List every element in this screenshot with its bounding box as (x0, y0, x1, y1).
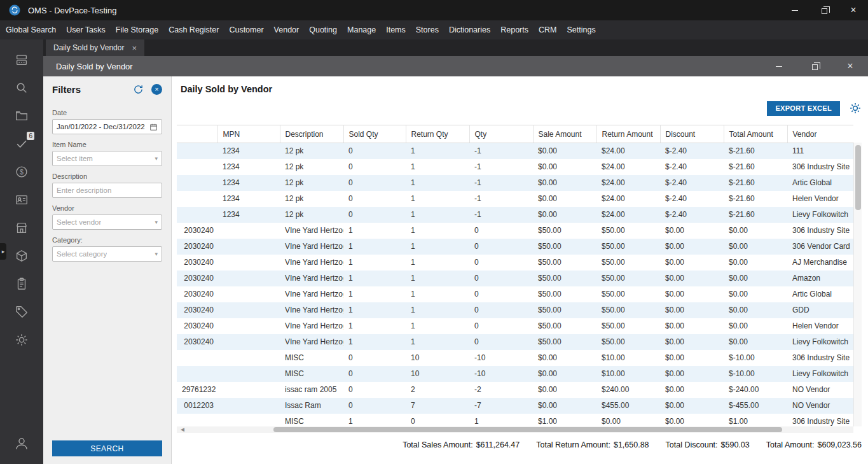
column-header-return-amount[interactable]: Return Amount (596, 125, 660, 143)
clear-filters-icon[interactable]: × (151, 84, 162, 95)
menu-item-crm[interactable]: CRM (534, 20, 561, 39)
column-header-mpn[interactable]: MPN (217, 125, 280, 143)
table-row[interactable]: MISC101$1.00$0.00$0.00$1.00306 Industry … (177, 414, 853, 427)
table-row[interactable]: 2030240VIne Yard Hertzog110$50.00$50.00$… (177, 286, 853, 302)
menu-item-file-storage[interactable]: File Storage (111, 20, 163, 39)
category-select[interactable]: Select category ▾ (52, 246, 162, 262)
menu-item-stores[interactable]: Stores (411, 20, 444, 39)
user-profile-icon[interactable] (0, 430, 43, 458)
menu-item-customer[interactable]: Customer (224, 20, 268, 39)
orders-icon[interactable] (0, 270, 43, 298)
table-row[interactable]: MISC010-10$0.00$10.00$0.00$-10.00306 Ind… (177, 350, 853, 366)
description-label: Description (52, 172, 162, 180)
table-cell: $0.00 (724, 318, 787, 334)
vertical-scrollbar[interactable] (853, 143, 862, 426)
column-header-total-amount[interactable]: Total Amount (724, 125, 787, 143)
table-row[interactable]: 2030240VIne Yard Hertzog110$50.00$50.00$… (177, 223, 853, 239)
menu-item-reports[interactable]: Reports (495, 20, 534, 39)
table-row[interactable]: 0012203Issac Ram07-7$0.00$455.00$0.00$-4… (177, 398, 853, 414)
close-button[interactable]: × (839, 0, 868, 20)
table-row[interactable]: 123412 pk01-1$0.00$24.00$-2.40$-21.60306… (177, 159, 853, 175)
items-icon[interactable] (0, 242, 43, 270)
restore-button[interactable] (809, 0, 839, 20)
grid-settings-gear-icon[interactable] (849, 102, 862, 115)
customers-icon[interactable] (0, 186, 43, 214)
menu-item-dictionaries[interactable]: Dictionaries (444, 20, 495, 39)
table-cell (217, 239, 280, 255)
column-header-return-qty[interactable]: Return Qty (406, 125, 469, 143)
menu-item-user-tasks[interactable]: User Tasks (61, 20, 111, 39)
column-header-qty[interactable]: Qty (469, 125, 533, 143)
table-row[interactable]: 2030240VIne Yard Hertzog110$50.00$50.00$… (177, 239, 853, 255)
column-header-sale-amount[interactable]: Sale Amount (533, 125, 596, 143)
table-cell: $0.00 (533, 159, 596, 175)
inner-close-button[interactable]: × (832, 56, 868, 76)
tab-daily-sold-by-vendor[interactable]: Daily Sold by Vendor × (46, 39, 144, 56)
table-cell: $24.00 (596, 175, 660, 191)
table-row[interactable]: 123412 pk01-1$0.00$24.00$-2.40$-21.60Lie… (177, 207, 853, 223)
search-icon[interactable] (0, 74, 43, 102)
menu-item-items[interactable]: Items (381, 20, 411, 39)
table-row[interactable]: 2030240VIne Yard Hertzog110$50.00$50.00$… (177, 334, 853, 350)
inner-minimize-button[interactable] (761, 56, 797, 76)
restore-icon (822, 8, 827, 14)
table-row[interactable]: 2030240VIne Yard Hertzog110$50.00$50.00$… (177, 302, 853, 318)
table-cell (177, 207, 217, 223)
table-cell (177, 175, 217, 191)
minimize-button[interactable] (780, 0, 809, 20)
description-input[interactable] (52, 183, 162, 198)
table-row[interactable]: 2030240VIne Yard Hertzog110$50.00$50.00$… (177, 318, 853, 334)
table-row[interactable]: 123412 pk01-1$0.00$24.00$-2.40$-21.60111 (177, 143, 853, 159)
table-cell: VIne Yard Hertzog (280, 223, 343, 239)
table-row[interactable]: 123412 pk01-1$0.00$24.00$-2.40$-21.60Art… (177, 175, 853, 191)
table-row[interactable]: 29761232issac ram 200502-2$0.00$240.00$0… (177, 382, 853, 398)
table-cell (217, 255, 280, 271)
menu-item-manage[interactable]: Manage (342, 20, 381, 39)
table-row[interactable]: MISC010-10$0.00$10.00$0.00$-10.00Lievy F… (177, 366, 853, 382)
table-cell: 0 (343, 191, 406, 207)
table-cell: 29761232 (177, 382, 217, 398)
horizontal-scrollbar[interactable]: ◄ (177, 426, 853, 433)
search-button[interactable]: SEARCH (52, 440, 162, 456)
menu-item-settings[interactable]: Settings (561, 20, 600, 39)
vertical-scrollbar-thumb[interactable] (855, 145, 861, 210)
cash-register-icon[interactable] (0, 46, 43, 74)
column-header-sold-qty[interactable]: Sold Qty (343, 125, 406, 143)
menu-item-quoting[interactable]: Quoting (304, 20, 342, 39)
column-header-description[interactable]: Description (280, 125, 343, 143)
column-header-discount[interactable]: Discount (660, 125, 724, 143)
menu-item-vendor[interactable]: Vendor (269, 20, 305, 39)
table-row[interactable]: 123412 pk01-1$0.00$24.00$-2.40$-21.60Hel… (177, 191, 853, 207)
settings-icon[interactable] (0, 326, 43, 354)
panel-expand-handle[interactable]: ▸ (0, 243, 6, 260)
refresh-filters-icon[interactable] (133, 84, 144, 95)
total-amount: Total Amount:$609,023.56 (766, 440, 862, 449)
tab-close-icon[interactable]: × (132, 44, 137, 52)
table-cell: 1 (406, 255, 469, 271)
table-cell: $10.00 (596, 350, 660, 366)
menu-item-global-search[interactable]: Global Search (1, 20, 61, 39)
table-cell: 0 (469, 286, 533, 302)
table-row[interactable]: 2030240VIne Yard Hertzog110$50.00$50.00$… (177, 255, 853, 271)
inner-restore-button[interactable] (797, 56, 832, 76)
horizontal-scrollbar-thumb[interactable] (273, 427, 782, 432)
file-storage-icon[interactable] (0, 102, 43, 130)
column-header-vendor[interactable]: Vendor (787, 125, 853, 143)
table-cell: $-455.00 (724, 398, 787, 414)
tasks-icon[interactable]: 6 (0, 130, 43, 158)
menu-item-cash-register[interactable]: Cash Register (163, 20, 224, 39)
vendor-select[interactable]: Select vendor ▾ (52, 214, 162, 230)
table-cell (177, 191, 217, 207)
stores-icon[interactable] (0, 214, 43, 242)
filters-title: Filters (52, 84, 133, 95)
table-cell: VIne Yard Hertzog (280, 239, 343, 255)
payments-icon[interactable]: $ (0, 158, 43, 186)
item-select[interactable]: Select item ▾ (52, 151, 162, 166)
table-cell: 2030240 (177, 239, 217, 255)
table-cell: 12 pk (280, 143, 343, 159)
scroll-left-arrow-icon[interactable]: ◄ (177, 426, 186, 433)
export-excel-button[interactable]: EXPORT EXCEL (767, 101, 840, 116)
table-row[interactable]: 2030240VIne Yard Hertzog110$50.00$50.00$… (177, 271, 853, 286)
date-range-input[interactable]: Jan/01/2022 - Dec/31/2022 (52, 119, 162, 134)
tags-icon[interactable] (0, 298, 43, 326)
